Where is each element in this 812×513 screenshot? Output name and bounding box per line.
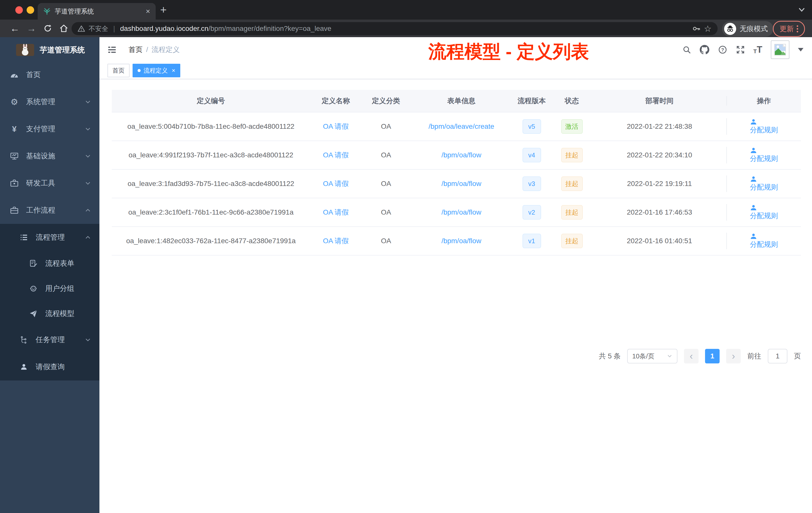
tags-view-bar: 首页 流程定义 ×: [99, 62, 812, 79]
assign-rule-link[interactable]: 分配规则: [750, 175, 778, 192]
definition-category: OA: [361, 180, 410, 188]
password-key-icon[interactable]: [692, 24, 700, 33]
status-badge[interactable]: 挂起: [561, 148, 583, 162]
goto-page-input[interactable]: [768, 349, 787, 363]
font-size-icon[interactable]: TT: [754, 45, 762, 54]
status-badge[interactable]: 挂起: [561, 234, 583, 248]
user-icon: [20, 363, 28, 371]
new-tab-button[interactable]: +: [160, 3, 167, 16]
back-button[interactable]: ←: [10, 24, 20, 33]
next-page-button[interactable]: ›: [726, 349, 741, 363]
user-icon: [750, 233, 757, 240]
user-avatar[interactable]: [771, 40, 789, 59]
definition-name-link[interactable]: OA 请假: [323, 122, 349, 131]
breadcrumb: 首页 / 流程定义: [128, 45, 180, 55]
definition-id: oa_leave:1:482ec033-762a-11ec-8477-a2380…: [112, 237, 310, 245]
definition-category: OA: [361, 151, 410, 159]
sidebar-item-label: 支付管理: [26, 124, 55, 134]
browser-tab[interactable]: 芋道管理系统 ×: [38, 3, 156, 20]
version-badge: v3: [522, 176, 541, 191]
sidebar-item-infrastructure[interactable]: 基础设施: [0, 143, 99, 170]
assign-rule-link[interactable]: 分配规则: [750, 233, 778, 249]
assign-rule-link[interactable]: 分配规则: [750, 147, 778, 163]
page-number-button[interactable]: 1: [705, 349, 720, 363]
definition-name-link[interactable]: OA 请假: [323, 236, 349, 246]
sidebar-item-system[interactable]: ⚙ 系统管理: [0, 88, 99, 116]
browser-update-menu-button[interactable]: 更新: [773, 21, 805, 37]
help-icon[interactable]: ?: [718, 45, 727, 55]
form-document-icon: [29, 260, 38, 268]
chevron-up-icon: [85, 234, 91, 240]
prev-page-button[interactable]: ‹: [684, 349, 698, 363]
form-link[interactable]: /bpm/oa/flow: [441, 208, 481, 216]
reload-button[interactable]: [43, 24, 52, 33]
gear-icon: ⚙: [10, 98, 19, 106]
window-close-button[interactable]: [15, 6, 23, 14]
sidebar-item-label: 任务管理: [36, 335, 65, 345]
sidebar-toggle-hamburger-icon[interactable]: [107, 45, 117, 55]
robot-face-icon: [29, 284, 38, 293]
definition-name-link[interactable]: OA 请假: [323, 208, 349, 217]
bookmark-star-icon[interactable]: ☆: [704, 24, 712, 34]
assign-rule-link[interactable]: 分配规则: [750, 204, 778, 221]
column-header-name: 定义名称: [310, 96, 361, 105]
sidebar-item-payment[interactable]: ¥ 支付管理: [0, 116, 99, 143]
version-badge: v4: [522, 148, 541, 162]
deploy-time: 2022-01-16 17:46:53: [592, 208, 726, 216]
chevron-down-icon: [85, 337, 91, 343]
forward-button[interactable]: →: [27, 24, 36, 33]
tag-process-definition[interactable]: 流程定义 ×: [133, 64, 180, 77]
version-badge: v1: [522, 234, 541, 248]
favicon-icon: [43, 7, 51, 15]
github-icon[interactable]: [700, 45, 709, 55]
window-minimize-button[interactable]: [27, 6, 34, 14]
definition-name-link[interactable]: OA 请假: [323, 179, 349, 188]
sidebar-item-leave-query[interactable]: 请假查询: [0, 353, 99, 381]
status-badge[interactable]: 激活: [561, 119, 583, 134]
definition-name-link[interactable]: OA 请假: [323, 150, 349, 160]
toolbox-icon: [10, 179, 19, 187]
sidebar-item-workflow[interactable]: 工作流程: [0, 197, 99, 224]
goto-label: 前往: [747, 351, 761, 361]
browser-tab-strip: 芋道管理系统 × +: [0, 0, 812, 20]
sidebar-item-home[interactable]: 首页: [0, 61, 99, 88]
red-annotation-text: 流程模型 - 定义列表: [325, 40, 692, 64]
deploy-time: 2022-01-16 01:40:51: [592, 237, 726, 245]
tab-close-icon[interactable]: ×: [146, 7, 150, 15]
chevron-down-icon: [85, 126, 91, 132]
form-link[interactable]: /bpm/oa/flow: [441, 151, 481, 159]
home-button[interactable]: [59, 24, 68, 33]
sidebar-item-label: 流程模型: [45, 309, 74, 319]
form-link[interactable]: /bpm/oa/leave/create: [429, 122, 494, 130]
status-badge[interactable]: 挂起: [561, 205, 583, 220]
chevron-up-icon: [85, 207, 91, 213]
tag-home[interactable]: 首页: [108, 64, 129, 77]
sidebar-item-user-group[interactable]: 用户分组: [0, 276, 99, 301]
column-header-status: 状态: [551, 96, 592, 105]
column-header-category: 定义分类: [361, 96, 410, 105]
column-header-id: 定义编号: [112, 96, 310, 105]
page-size-select[interactable]: 10条/页: [627, 349, 677, 363]
avatar-caret-down-icon[interactable]: [798, 48, 804, 52]
deploy-time: 2022-01-22 21:48:38: [592, 122, 726, 130]
form-link[interactable]: /bpm/oa/flow: [441, 180, 481, 188]
sidebar-item-process-form[interactable]: 流程表单: [0, 251, 99, 276]
table-row: oa_leave:5:004b710b-7b8a-11ec-8ef0-acde4…: [112, 113, 801, 141]
form-link[interactable]: /bpm/oa/flow: [441, 237, 481, 245]
briefcase-icon: [10, 206, 19, 214]
tab-search-chevron-icon[interactable]: [798, 6, 806, 13]
tag-close-icon[interactable]: ×: [172, 67, 175, 74]
sidebar-item-task-management[interactable]: 任务管理: [0, 326, 99, 353]
status-badge[interactable]: 挂起: [561, 176, 583, 191]
fullscreen-icon[interactable]: [736, 45, 745, 54]
sidebar-item-process-model[interactable]: 流程模型: [0, 301, 99, 326]
chevron-down-icon: [85, 153, 91, 159]
sidebar-item-process-management[interactable]: 流程管理: [0, 224, 99, 251]
assign-rule-link[interactable]: 分配规则: [750, 118, 778, 135]
url-bar[interactable]: 不安全 | dashboard.yudao.iocoder.cn/bpm/man…: [71, 22, 718, 35]
sidebar-item-dev-tools[interactable]: 研发工具: [0, 170, 99, 197]
table-header-row: 定义编号 定义名称 定义分类 表单信息 流程版本 状态 部署时间 操作: [112, 90, 801, 113]
not-secure-warning-icon: [78, 25, 85, 32]
definition-category: OA: [361, 122, 410, 130]
breadcrumb-home[interactable]: 首页: [128, 45, 143, 55]
